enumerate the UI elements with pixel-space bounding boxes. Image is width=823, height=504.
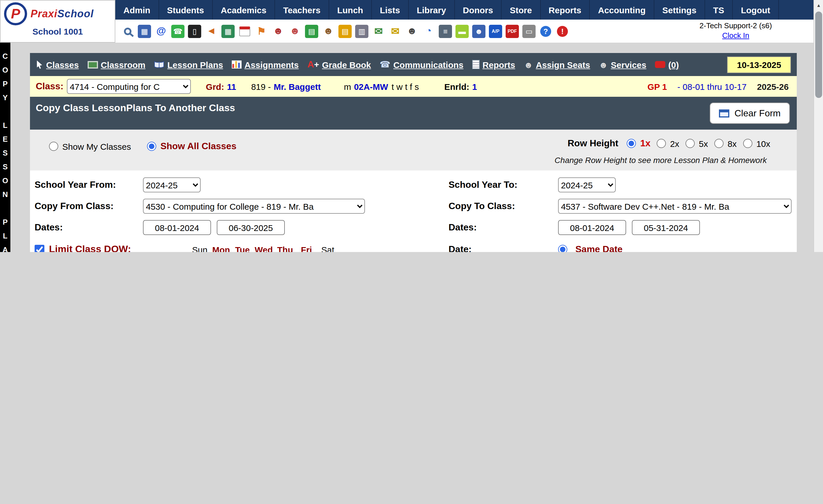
clear-form-button[interactable]: Clear Form (710, 102, 790, 124)
cursor-icon (36, 60, 43, 69)
menu-accounting[interactable]: Accounting (590, 0, 654, 20)
tickets-icon[interactable]: ▤ (305, 24, 318, 38)
subnav-assignments[interactable]: Assignments (232, 60, 299, 69)
menu-teachers[interactable]: Teachers (275, 0, 329, 20)
mail-forward-icon[interactable]: ✉ (388, 24, 402, 38)
menu-logout[interactable]: Logout (733, 0, 779, 20)
subnav-communications[interactable]: ☎ Communications (380, 59, 464, 70)
gradebook-grid-icon[interactable]: ▦ (221, 24, 235, 38)
scroll-thumb[interactable] (815, 12, 822, 98)
clock-icon[interactable]: ◔ (422, 24, 435, 38)
session-user: 2-Tech Support-2 (s6) (700, 21, 772, 31)
grd-label: Grd: (206, 81, 224, 91)
class-select[interactable]: 4714 - Computing for C (67, 79, 191, 94)
ap-icon[interactable]: A/P (489, 24, 502, 38)
subnav-assign-seats[interactable]: ☻ Assign Seats (524, 60, 590, 69)
row-height-10x-radio[interactable]: 10x (743, 139, 770, 148)
icon-toolbar: ▦ @ ☎ ▯ ◄ ▦ ⚑ ☻ ☻ ▤ ☻ ▤ ▥ ✉ ✉ ☻ ◔ ≡ ▬ ☻ (115, 20, 814, 43)
lunch-card-icon[interactable]: ▤ (338, 24, 352, 38)
speaker-icon[interactable]: ◄ (205, 24, 218, 38)
sub-navigation: Classes Classroom Lesson Plans Assignmen… (30, 53, 797, 76)
menu-lunch[interactable]: Lunch (329, 0, 372, 20)
from-start-date-input[interactable] (143, 220, 211, 235)
email-icon[interactable]: @ (155, 24, 168, 38)
alert-icon[interactable]: ! (556, 24, 569, 38)
menu-reports[interactable]: Reports (540, 0, 590, 20)
show-my-classes-radio[interactable]: Show My Classes (49, 142, 131, 151)
subnav-classroom[interactable]: Classroom (88, 60, 145, 69)
menu-ts[interactable]: TS (705, 0, 733, 20)
menu-store[interactable]: Store (502, 0, 540, 20)
from-end-date-input[interactable] (217, 220, 285, 235)
report-icon (472, 60, 480, 69)
current-date-box[interactable]: 10-13-2025 (727, 56, 791, 73)
dates-from-label: Dates: (35, 222, 143, 233)
school-year-from-label: School Year From: (35, 180, 143, 190)
menu-donors[interactable]: Donors (455, 0, 502, 20)
gp-range: - 08-01 thru 10-17 (677, 81, 747, 91)
search-icon[interactable] (121, 24, 134, 38)
limit-class-dow-checkbox[interactable]: Limit Class DOW: (35, 244, 189, 252)
print-preview-icon[interactable]: ☻ (472, 24, 485, 38)
menu-academics[interactable]: Academics (213, 0, 275, 20)
menu-settings[interactable]: Settings (654, 0, 705, 20)
row-height-1x-radio[interactable]: 1x (627, 138, 651, 149)
enrld-value: 1 (472, 81, 477, 91)
copy-to-class-select[interactable]: 4537 - Software Dev C++.Net - 819 - Mr. … (558, 199, 792, 214)
mail-icon[interactable]: ✉ (372, 24, 385, 38)
attendance-grid-icon[interactable]: ▦ (138, 24, 151, 38)
header: P PraxiSchool School 1001 Admin Students… (0, 0, 814, 43)
meet-prefix: m (344, 81, 351, 91)
pdf-icon[interactable]: PDF (506, 24, 519, 38)
subnav-grade-book[interactable]: A+ Grade Book (307, 59, 371, 70)
same-date-radio[interactable]: Same Date (558, 244, 623, 252)
menu-lists[interactable]: Lists (372, 0, 409, 20)
school-year-from-select[interactable]: 2024-25 (143, 178, 201, 192)
row-height-5x-radio[interactable]: 5x (685, 139, 708, 148)
subnav-lesson-plans[interactable]: Lesson Plans (154, 60, 223, 69)
brand-name: PraxiSchool (30, 8, 94, 20)
day-headers: Sun Mon Tue Wed Thu Fri Sat (189, 245, 338, 252)
clipboard-icon[interactable]: ▥ (355, 24, 368, 38)
copy-from-class-label: Copy From Class: (35, 201, 143, 211)
top-menu: Admin Students Academics Teachers Lunch … (115, 0, 814, 20)
copy-form: School Year From: 2024-25 Copy From Clas… (30, 171, 797, 252)
teacher-prefix: 819 - (251, 81, 271, 91)
subnav-services[interactable]: ☻ Services (599, 60, 646, 69)
menu-library[interactable]: Library (409, 0, 455, 20)
row-height-8x-radio[interactable]: 8x (714, 139, 737, 148)
mobile-icon[interactable]: ▯ (188, 24, 201, 38)
printer-icon[interactable]: ▭ (522, 24, 536, 38)
scroll-up-arrow[interactable]: ▲ (814, 1, 823, 10)
subnav-reports[interactable]: Reports (472, 60, 515, 69)
subnav-classes[interactable]: Classes (36, 60, 79, 69)
student-icon[interactable]: ☻ (272, 24, 285, 38)
page-scrollbar[interactable]: ▲ ▼ (814, 0, 823, 252)
menu-admin[interactable]: Admin (115, 0, 159, 20)
copy-from-column: School Year From: 2024-25 Copy From Clas… (35, 176, 365, 252)
school-year-to-label: School Year To: (449, 180, 558, 190)
options-band: Show My Classes Show All Classes Row Hei… (30, 130, 797, 171)
subnav-messages[interactable]: (0) (655, 60, 679, 69)
book-icon (154, 60, 165, 68)
menu-students[interactable]: Students (159, 0, 212, 20)
payment-icon[interactable]: ▬ (456, 24, 469, 38)
family-icon[interactable]: ☻ (322, 24, 335, 38)
show-all-classes-radio[interactable]: Show All Classes (147, 141, 236, 152)
class-label: Class: (36, 81, 63, 91)
sms-icon[interactable]: ☎ (171, 24, 184, 38)
grd-value: 11 (227, 81, 236, 91)
clock-in-link[interactable]: Clock In (700, 31, 772, 41)
add-student-icon[interactable]: ☻ (288, 24, 302, 38)
megaphone-icon[interactable]: ⚑ (255, 24, 268, 38)
window-icon (719, 109, 729, 117)
to-start-date-input[interactable] (558, 220, 626, 235)
school-year-to-select[interactable]: 2024-25 (558, 178, 616, 192)
help-icon[interactable]: ? (539, 24, 552, 38)
ledger-icon[interactable]: ≡ (439, 24, 452, 38)
copy-from-class-select[interactable]: 4530 - Computing for College - 819 - Mr.… (143, 199, 365, 214)
row-height-2x-radio[interactable]: 2x (657, 139, 679, 148)
staff-icon[interactable]: ☻ (405, 24, 419, 38)
to-end-date-input[interactable] (632, 220, 700, 235)
calendar-icon[interactable] (238, 24, 252, 38)
